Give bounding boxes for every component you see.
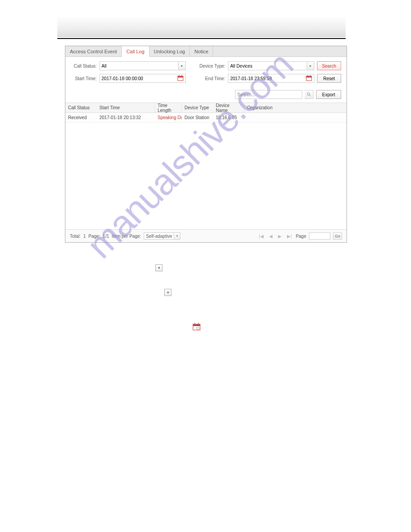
- header-gradient: [57, 16, 346, 37]
- svg-rect-5: [306, 76, 312, 77]
- search-icon[interactable]: [304, 90, 313, 99]
- tab-unlocking-log[interactable]: Unlocking Log: [150, 46, 190, 56]
- search-export-row: Export: [65, 90, 347, 103]
- tab-bar: Access Control Event Call Log Unlocking …: [65, 46, 347, 57]
- svg-rect-2: [179, 75, 180, 77]
- item-per-page-value: Self-adaptive: [144, 234, 174, 239]
- svg-rect-1: [178, 76, 183, 77]
- table-header-row: Call Status Start Time Time Length Devic…: [65, 103, 347, 113]
- table-row[interactable]: Received 2017-01-18 20:13:32 Speaking Du…: [65, 113, 347, 123]
- cell-start-time: 2017-01-18 20:13:32: [97, 115, 155, 120]
- svg-line-9: [309, 95, 311, 96]
- tab-notice[interactable]: Notice: [190, 46, 213, 56]
- call-status-label: Call Status:: [71, 64, 97, 69]
- svg-rect-7: [310, 75, 311, 77]
- page-number-input[interactable]: [309, 232, 330, 240]
- svg-rect-12: [194, 323, 195, 325]
- page-label: Page:: [88, 234, 100, 239]
- svg-rect-13: [198, 323, 199, 325]
- chevron-down-icon[interactable]: ▾: [174, 233, 180, 239]
- col-start-time[interactable]: Start Time: [97, 103, 155, 112]
- filter-panel: Call Status: ▾ Device Type: ▾ Search Sta…: [65, 57, 347, 90]
- tab-access-control-event[interactable]: Access Control Event: [65, 46, 122, 56]
- page-nav-label: Page: [296, 234, 306, 239]
- next-page-icon[interactable]: ▶: [277, 234, 283, 239]
- end-time-label: End Time:: [197, 76, 226, 81]
- cell-time-length: Speaking Durati...: [155, 115, 182, 120]
- item-per-page-select[interactable]: Self-adaptive ▾: [144, 232, 180, 240]
- filter-row-1: Call Status: ▾ Device Type: ▾ Search: [71, 61, 341, 70]
- col-time-length[interactable]: Time Length: [155, 103, 182, 112]
- search-button[interactable]: Search: [317, 61, 341, 70]
- chevron-down-icon: ▾: [155, 264, 163, 271]
- calendar-icon: [193, 322, 201, 330]
- svg-point-14: [197, 327, 199, 330]
- start-time-label: Start Time:: [71, 76, 97, 81]
- reset-button[interactable]: Reset: [317, 74, 341, 83]
- total-label: Total:: [70, 234, 81, 239]
- device-type-select[interactable]: ▾: [228, 61, 314, 70]
- chevron-down-icon[interactable]: ▾: [307, 62, 314, 70]
- pagination-bar: Total: 1 Page: 1/1 Item per Page: Self-a…: [65, 229, 347, 242]
- total-value: 1: [83, 234, 86, 239]
- col-call-status[interactable]: Call Status: [65, 103, 97, 112]
- svg-rect-11: [193, 324, 200, 326]
- tab-call-log[interactable]: Call Log: [122, 46, 149, 57]
- header-divider: [57, 38, 346, 39]
- col-device-type[interactable]: Device Type: [182, 103, 213, 112]
- start-time-input[interactable]: [100, 75, 177, 82]
- call-status-select[interactable]: ▾: [99, 61, 186, 70]
- svg-rect-3: [181, 75, 182, 77]
- end-time-field[interactable]: [228, 74, 314, 83]
- col-device-name[interactable]: Device Name: [213, 103, 244, 112]
- start-time-field[interactable]: [99, 74, 186, 83]
- page-value: 1/1: [103, 234, 109, 239]
- prev-page-icon[interactable]: ◀: [268, 234, 274, 239]
- first-page-icon[interactable]: |◀: [257, 234, 265, 239]
- item-per-page-label: Item per Page:: [112, 234, 141, 239]
- filter-row-2: Start Time: End Time: Reset: [71, 74, 341, 83]
- app-window: Access Control Event Call Log Unlocking …: [65, 46, 347, 243]
- device-type-input[interactable]: [228, 63, 307, 69]
- cell-device-type: Door Station: [182, 115, 213, 120]
- results-table: Call Status Start Time Time Length Devic…: [65, 103, 347, 229]
- export-button[interactable]: Export: [316, 90, 341, 99]
- cell-device-name: 10.16.6.85: [213, 115, 244, 120]
- table-body: Received 2017-01-18 20:13:32 Speaking Du…: [65, 113, 347, 229]
- search-input[interactable]: [235, 90, 302, 99]
- calendar-icon[interactable]: [177, 75, 184, 82]
- calendar-icon[interactable]: [306, 75, 313, 82]
- chevron-down-icon: ▾: [164, 289, 171, 296]
- cell-call-status: Received: [65, 115, 97, 120]
- end-time-input[interactable]: [228, 75, 306, 82]
- last-page-icon[interactable]: ▶|: [286, 234, 293, 239]
- chevron-down-icon[interactable]: ▾: [178, 62, 185, 70]
- svg-rect-6: [307, 75, 308, 77]
- device-type-label: Device Type:: [197, 64, 226, 69]
- col-organization[interactable]: Organization: [244, 103, 280, 112]
- call-status-input[interactable]: [100, 63, 178, 69]
- go-button[interactable]: Go: [333, 232, 342, 240]
